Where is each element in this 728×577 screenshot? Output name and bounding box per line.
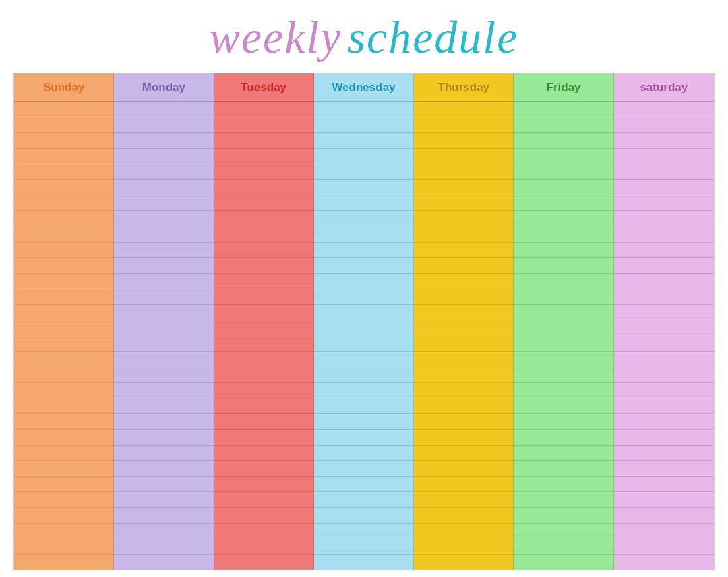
schedule-line[interactable]: [14, 102, 113, 117]
schedule-line[interactable]: [514, 492, 613, 508]
schedule-line[interactable]: [614, 149, 714, 164]
schedule-line[interactable]: [14, 555, 113, 570]
schedule-line[interactable]: [114, 211, 213, 226]
schedule-line[interactable]: [614, 243, 714, 258]
schedule-line[interactable]: [414, 258, 513, 274]
schedule-line[interactable]: [114, 461, 213, 477]
schedule-line[interactable]: [414, 149, 513, 164]
schedule-line[interactable]: [414, 383, 513, 398]
schedule-line[interactable]: [14, 117, 113, 133]
schedule-line[interactable]: [214, 352, 313, 367]
schedule-line[interactable]: [514, 258, 613, 274]
schedule-line[interactable]: [614, 398, 714, 414]
schedule-line[interactable]: [614, 414, 714, 429]
schedule-line[interactable]: [214, 336, 313, 352]
schedule-line[interactable]: [214, 320, 313, 336]
schedule-line[interactable]: [414, 274, 513, 289]
schedule-line[interactable]: [114, 398, 213, 414]
schedule-line[interactable]: [414, 492, 513, 508]
schedule-line[interactable]: [614, 352, 714, 367]
schedule-line[interactable]: [14, 461, 113, 477]
schedule-line[interactable]: [214, 117, 313, 133]
schedule-line[interactable]: [214, 149, 313, 164]
schedule-line[interactable]: [414, 524, 513, 539]
schedule-line[interactable]: [214, 258, 313, 274]
schedule-line[interactable]: [114, 305, 213, 320]
schedule-line[interactable]: [514, 289, 613, 305]
schedule-line[interactable]: [214, 180, 313, 195]
schedule-line[interactable]: [514, 508, 613, 523]
schedule-line[interactable]: [114, 430, 213, 446]
schedule-line[interactable]: [414, 352, 513, 367]
schedule-line[interactable]: [114, 352, 213, 367]
schedule-line[interactable]: [514, 352, 613, 367]
schedule-line[interactable]: [514, 336, 613, 352]
schedule-line[interactable]: [314, 352, 413, 367]
schedule-line[interactable]: [114, 367, 213, 383]
schedule-line[interactable]: [314, 430, 413, 446]
schedule-line[interactable]: [114, 508, 213, 523]
schedule-line[interactable]: [314, 289, 413, 305]
schedule-line[interactable]: [14, 211, 113, 226]
schedule-line[interactable]: [514, 524, 613, 539]
schedule-line[interactable]: [114, 226, 213, 242]
schedule-line[interactable]: [14, 539, 113, 555]
schedule-line[interactable]: [14, 492, 113, 508]
schedule-line[interactable]: [214, 524, 313, 539]
schedule-line[interactable]: [314, 258, 413, 274]
schedule-line[interactable]: [314, 102, 413, 117]
schedule-line[interactable]: [214, 477, 313, 492]
schedule-line[interactable]: [414, 320, 513, 336]
schedule-line[interactable]: [214, 102, 313, 117]
schedule-line[interactable]: [114, 274, 213, 289]
schedule-line[interactable]: [314, 226, 413, 242]
schedule-line[interactable]: [614, 492, 714, 508]
schedule-line[interactable]: [214, 305, 313, 320]
schedule-line[interactable]: [214, 367, 313, 383]
schedule-line[interactable]: [14, 180, 113, 195]
schedule-line[interactable]: [414, 117, 513, 133]
day-lines-saturday[interactable]: [614, 102, 714, 570]
schedule-line[interactable]: [114, 414, 213, 429]
schedule-line[interactable]: [514, 164, 613, 180]
schedule-line[interactable]: [514, 149, 613, 164]
schedule-line[interactable]: [314, 164, 413, 180]
schedule-line[interactable]: [514, 320, 613, 336]
schedule-line[interactable]: [314, 383, 413, 398]
schedule-line[interactable]: [314, 508, 413, 523]
schedule-line[interactable]: [614, 305, 714, 320]
schedule-line[interactable]: [314, 524, 413, 539]
schedule-line[interactable]: [614, 320, 714, 336]
schedule-line[interactable]: [614, 133, 714, 148]
schedule-line[interactable]: [14, 195, 113, 211]
schedule-line[interactable]: [514, 555, 613, 570]
schedule-line[interactable]: [14, 164, 113, 180]
schedule-line[interactable]: [214, 164, 313, 180]
schedule-line[interactable]: [114, 539, 213, 555]
schedule-line[interactable]: [14, 243, 113, 258]
schedule-line[interactable]: [614, 524, 714, 539]
schedule-line[interactable]: [214, 446, 313, 461]
schedule-line[interactable]: [14, 508, 113, 523]
schedule-line[interactable]: [414, 461, 513, 477]
schedule-line[interactable]: [214, 274, 313, 289]
schedule-line[interactable]: [214, 430, 313, 446]
schedule-line[interactable]: [614, 258, 714, 274]
day-lines-thursday[interactable]: [414, 102, 513, 570]
schedule-line[interactable]: [514, 461, 613, 477]
schedule-line[interactable]: [514, 195, 613, 211]
schedule-line[interactable]: [614, 289, 714, 305]
schedule-line[interactable]: [214, 243, 313, 258]
schedule-line[interactable]: [414, 243, 513, 258]
schedule-line[interactable]: [614, 555, 714, 570]
schedule-line[interactable]: [114, 492, 213, 508]
schedule-line[interactable]: [214, 211, 313, 226]
schedule-line[interactable]: [614, 430, 714, 446]
schedule-line[interactable]: [414, 164, 513, 180]
schedule-line[interactable]: [14, 305, 113, 320]
schedule-line[interactable]: [414, 133, 513, 148]
schedule-line[interactable]: [214, 383, 313, 398]
schedule-line[interactable]: [114, 243, 213, 258]
schedule-line[interactable]: [14, 367, 113, 383]
schedule-line[interactable]: [114, 477, 213, 492]
